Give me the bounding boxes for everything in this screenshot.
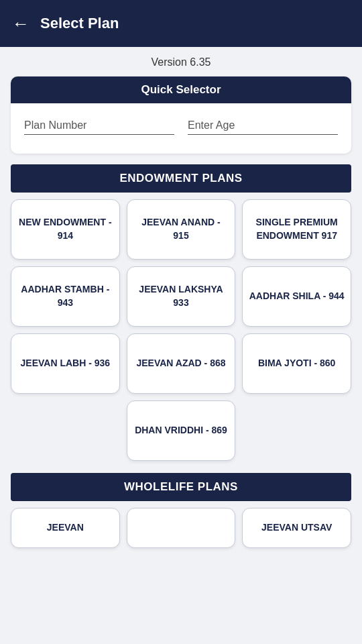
quick-selector-header: Quick Selector (11, 76, 351, 103)
back-button[interactable]: ← (12, 15, 29, 32)
plan-number-input[interactable] (24, 119, 174, 135)
plan-item-869[interactable]: DHAN VRIDDHI - 869 (127, 400, 236, 461)
endowment-plans-grid: NEW ENDOWMENT - 914 JEEVAN ANAND - 915 S… (0, 199, 362, 400)
header: ← Select Plan (0, 0, 362, 47)
enter-age-input[interactable] (188, 119, 338, 135)
plan-item-jeevan-utsav[interactable]: JEEVAN UTSAV (242, 508, 351, 548)
page-title: Select Plan (40, 15, 119, 32)
quick-selector-card: Quick Selector (11, 76, 351, 154)
endowment-section-header: ENDOWMENT PLANS (11, 164, 351, 193)
plan-item-944[interactable]: AADHAR SHILA - 944 (242, 266, 351, 327)
plan-item-860[interactable]: BIMA JYOTI - 860 (242, 333, 351, 394)
plan-item-917[interactable]: SINGLE PREMIUM ENDOWMENT 917 (242, 199, 351, 260)
wholelife-section-header: WHOLELIFE PLANS (11, 473, 351, 501)
quick-selector-body (11, 103, 351, 154)
plan-item-915[interactable]: JEEVAN ANAND - 915 (127, 199, 236, 260)
plan-item-936[interactable]: JEEVAN LABH - 936 (11, 333, 120, 394)
center-plan-container: DHAN VRIDDHI - 869 (0, 400, 362, 470)
plan-item-933[interactable]: JEEVAN LAKSHYA 933 (127, 266, 236, 327)
plan-item-empty (127, 508, 236, 548)
plan-item-868[interactable]: JEEVAN AZAD - 868 (127, 333, 236, 394)
plan-item-943[interactable]: AADHAR STAMBH - 943 (11, 266, 120, 327)
plan-item-914[interactable]: NEW ENDOWMENT - 914 (11, 199, 120, 260)
plan-item-jeevan[interactable]: JEEVAN (11, 508, 120, 548)
wholelife-plans-grid: JEEVAN JEEVAN UTSAV (0, 508, 362, 555)
version-label: Version 6.35 (0, 47, 362, 72)
